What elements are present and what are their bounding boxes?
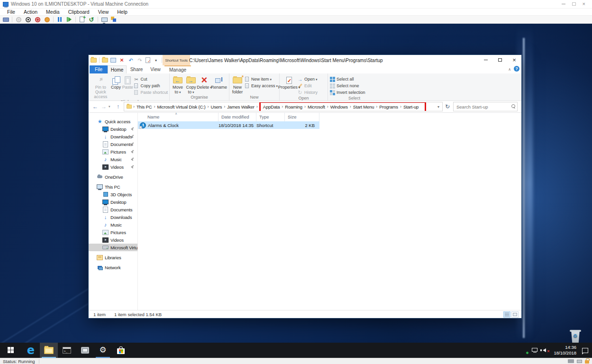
tab-view[interactable]: View	[146, 65, 164, 73]
start-button[interactable]	[0, 343, 22, 358]
sidebar-item-documents[interactable]: Documents	[89, 140, 137, 148]
column-header-type[interactable]: Type	[256, 113, 285, 121]
vm-checkpoint-icon[interactable]	[79, 16, 85, 23]
breadcrumb-item[interactable]: Programs	[378, 103, 399, 110]
breadcrumb-item[interactable]: AppData	[262, 103, 281, 110]
breadcrumb-item[interactable]: Microsoft	[307, 103, 326, 110]
column-header-date-modified[interactable]: Date modified	[219, 113, 256, 121]
back-button[interactable]: ←	[91, 103, 99, 110]
tab-home[interactable]: Home	[108, 65, 127, 73]
sidebar-item-libraries[interactable]: Libraries	[89, 254, 137, 261]
vm-pause-icon[interactable]	[56, 16, 63, 23]
taskbar-file-explorer-button[interactable]	[40, 343, 58, 358]
details-view-button[interactable]	[503, 311, 510, 318]
address-bar[interactable]: This PC Microsoft Virtual Disk (C:) User…	[124, 102, 443, 111]
cut-button[interactable]: Cut	[133, 76, 168, 82]
thumbnails-view-button[interactable]	[511, 311, 519, 318]
qat-delete-icon[interactable]	[118, 57, 125, 64]
qat-properties-icon[interactable]	[146, 57, 150, 63]
search-input[interactable]	[454, 102, 517, 111]
file-row-alarms-clock[interactable]: Alarms & Clock 18/10/2018 14:35 Shortcut…	[138, 121, 319, 129]
recycle-bin[interactable]: Recycle Bin	[562, 329, 589, 343]
delete-button[interactable]: Delete	[198, 74, 211, 90]
breadcrumb-item[interactable]: James Walker	[226, 103, 255, 110]
sidebar-item-onedrive[interactable]: OneDrive	[89, 173, 137, 181]
address-dropdown-icon[interactable]	[437, 105, 441, 109]
vm-menu-media[interactable]: Media	[42, 9, 64, 15]
edit-button[interactable]: Edit	[297, 82, 318, 89]
sidebar-item-this-pc[interactable]: This PC	[89, 183, 137, 191]
minimize-ribbon-icon[interactable]	[508, 66, 511, 72]
qat-rename-icon[interactable]	[110, 58, 116, 63]
vm-maximize-button[interactable]	[572, 2, 576, 6]
sidebar-item-downloads-pc[interactable]: Downloads	[89, 213, 137, 221]
qat-new-folder-icon[interactable]	[102, 58, 108, 63]
easy-access-button[interactable]: Easy access	[244, 82, 278, 89]
copy-to-button[interactable]: Copy to	[184, 74, 198, 95]
vm-turn-off-icon[interactable]	[25, 16, 31, 23]
move-to-button[interactable]: Move to	[171, 74, 184, 95]
sidebar-item-desktop-pc[interactable]: Desktop	[89, 198, 137, 206]
help-icon[interactable]: ?	[514, 66, 519, 72]
breadcrumb-item[interactable]: Windows	[329, 103, 349, 110]
breadcrumb-item[interactable]: Microsoft Virtual Disk (C:)	[156, 103, 206, 110]
column-header-name[interactable]: Name	[138, 113, 219, 121]
qat-undo-icon[interactable]	[128, 57, 134, 64]
refresh-icon[interactable]	[443, 102, 452, 111]
action-center-icon[interactable]	[582, 348, 588, 353]
history-button[interactable]: History	[297, 89, 318, 96]
defender-icon[interactable]	[521, 347, 528, 354]
tab-share[interactable]: Share	[127, 65, 146, 73]
open-button[interactable]: Open	[297, 76, 318, 82]
vm-minimize-button[interactable]	[562, 4, 565, 4]
sidebar-item-quick-access[interactable]: Quick access	[89, 118, 137, 125]
sidebar-item-music[interactable]: Music	[89, 155, 137, 163]
column-header-size[interactable]: Size	[285, 113, 319, 121]
sidebar-item-desktop[interactable]: Desktop	[89, 125, 137, 133]
search-box[interactable]	[453, 102, 518, 111]
explorer-maximize-button[interactable]	[493, 55, 507, 65]
sidebar-item-pictures-pc[interactable]: Pictures	[89, 228, 137, 236]
sidebar-item-videos-pc[interactable]: Videos	[89, 236, 137, 244]
sidebar-item-microsoft-virtual-disk[interactable]: Microsoft Virtual Di	[89, 244, 137, 251]
breadcrumb-item[interactable]: Start-up	[402, 103, 419, 110]
network-icon[interactable]	[532, 347, 538, 354]
rename-button[interactable]: Rename	[211, 74, 227, 90]
taskbar-store-button[interactable]	[112, 343, 130, 358]
sidebar-item-3d-objects[interactable]: 3D Objects	[89, 191, 137, 198]
breadcrumb-item[interactable]: Start Menu	[352, 103, 375, 110]
up-button[interactable]: ↑	[114, 103, 122, 110]
forward-button[interactable]: →	[100, 103, 108, 110]
breadcrumb-item[interactable]: Roaming	[284, 103, 303, 110]
tab-manage[interactable]: Manage	[164, 65, 191, 73]
taskbar-settings-button[interactable]	[94, 343, 112, 358]
vm-menu-clipboard[interactable]: Clipboard	[64, 9, 94, 15]
sidebar-item-downloads[interactable]: Downloads	[89, 133, 137, 140]
recent-locations-icon[interactable]: ▾	[109, 105, 113, 109]
properties-button[interactable]: Properties	[281, 74, 297, 90]
select-all-button[interactable]: Select all	[329, 76, 365, 82]
sidebar-item-documents-pc[interactable]: Documents	[89, 206, 137, 213]
invert-selection-button[interactable]: Invert selection	[329, 89, 365, 96]
taskbar-command-prompt-button[interactable]	[58, 343, 76, 358]
pin-to-quick-access-button[interactable]: Pin to Quick access	[91, 74, 110, 100]
taskbar-clock[interactable]: 14:36 18/10/2018	[554, 345, 576, 356]
vm-menu-action[interactable]: Action	[19, 9, 42, 15]
sidebar-item-pictures[interactable]: Pictures	[89, 148, 137, 155]
sidebar-item-network[interactable]: Network	[89, 264, 137, 271]
vm-resume-icon[interactable]	[66, 16, 73, 23]
vm-menu-help[interactable]: Help	[113, 9, 132, 15]
vm-share-icon[interactable]	[110, 16, 117, 23]
explorer-titlebar[interactable]: Shortcut Tools C:\Users\James Walker\App…	[89, 55, 521, 65]
explorer-close-button[interactable]: ×	[507, 55, 521, 65]
sidebar-item-videos[interactable]: Videos	[89, 163, 137, 171]
breadcrumb-item[interactable]: This PC	[136, 103, 153, 110]
ctrl-alt-del-icon[interactable]	[2, 16, 9, 23]
tab-file[interactable]: File	[90, 65, 108, 73]
breadcrumb-item[interactable]: Users	[210, 103, 223, 110]
vm-save-icon[interactable]	[44, 16, 50, 23]
vm-revert-icon[interactable]	[88, 16, 95, 23]
taskbar-edge-button[interactable]: e	[22, 343, 40, 358]
qat-customize-icon[interactable]	[153, 57, 159, 64]
qat-redo-icon[interactable]	[137, 57, 143, 64]
